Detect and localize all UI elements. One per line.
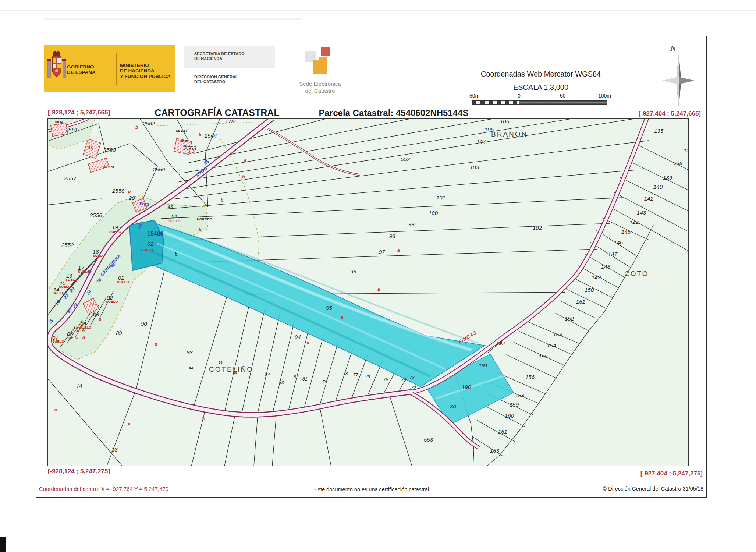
map-label-97: 97 [379, 249, 385, 255]
map-label-74: 74 [401, 377, 407, 382]
map-label-b: b [242, 174, 245, 180]
map-label-82: 82 [294, 374, 299, 379]
map-label-142: 142 [644, 195, 654, 202]
map-label-158: 158 [515, 392, 525, 399]
map-label-103: 103 [470, 164, 479, 170]
gobierno-banner: GOBIERNO DE ESPAÑA MINISTERIO DE HACIEND… [44, 45, 175, 92]
map-label-18: 18 [111, 446, 118, 453]
map-label-73: 73 [409, 375, 415, 380]
map-label-191: 191 [479, 362, 488, 368]
map-label-02: 02 [147, 241, 153, 247]
spain-coat-of-arms-icon [47, 49, 66, 88]
map-label-2561: 2561 [65, 126, 78, 132]
coordinate-top-right: [-927,404 ; 5,247,665] [609, 110, 701, 117]
map-label-143: 143 [637, 209, 646, 216]
map-label-84: 84 [265, 372, 270, 377]
footer-copyright: © Dirección General del Catastro 31/05/1… [515, 486, 703, 492]
map-label-branon: BRANON [491, 130, 528, 138]
map-label-86: 86 [450, 403, 456, 410]
secretaria-label: SECRETARÍA DE ESTADO DE HACIENDA [194, 52, 245, 61]
map-label-2580: 2580 [103, 147, 116, 153]
map-label-101: 101 [436, 194, 446, 201]
map-label-a: A [201, 415, 205, 421]
map-label-a: A [82, 335, 85, 340]
banner-divider [116, 53, 117, 85]
map-label-88: 88 [187, 349, 193, 355]
map-label-90: 90 [141, 321, 147, 327]
sede-electronica-logo-icon [302, 46, 338, 77]
map-label-por: POR [187, 151, 194, 155]
scalebar-50: 50 [560, 93, 566, 99]
ministerio-label: MINISTERIO DE HACIENDA Y FUNCIÓN PÚBLICA [120, 63, 171, 79]
map-label-suelo: SUELO [106, 300, 118, 304]
scalebar-100m: 100m [598, 93, 611, 99]
map-label-b: b [155, 342, 157, 347]
map-label-104: 104 [476, 139, 486, 145]
map-label-suelo: SUELO [109, 230, 121, 234]
map-label-81: 81 [302, 376, 307, 382]
map-label-b: b [199, 227, 201, 232]
map-label-suelo: SUELO [73, 329, 85, 333]
map-label-72: 72 [411, 385, 416, 390]
compass-north-label: N [670, 43, 676, 53]
map-label-83: 83 [279, 380, 284, 385]
map-label-82: 82 [189, 365, 193, 369]
scalebar-solid-segment [519, 100, 607, 105]
certification-disclaimer: Este documento no es una certificación c… [258, 486, 486, 492]
map-label-86: 86 [219, 360, 223, 364]
map-label-p: p [98, 317, 101, 322]
map-label-a: a [128, 421, 131, 427]
map-label-suelo: SUELO [52, 339, 64, 343]
map-label-106: 106 [500, 118, 510, 124]
map-label-suelo: SUELO [168, 219, 181, 223]
map-label-2559: 2559 [152, 166, 165, 173]
map-label-b: b [221, 198, 223, 203]
coordinate-top-left: [-928,124 ; 5,247,665] [48, 109, 110, 116]
map-label-2557: 2557 [64, 175, 77, 181]
map-label-145: 145 [621, 229, 631, 235]
map-label-146: 146 [614, 239, 623, 245]
map-label-552: 552 [401, 156, 410, 162]
map-label-89: 89 [116, 330, 122, 336]
map-label-154: 154 [547, 342, 556, 348]
map-label-95: 95 [326, 305, 332, 311]
map-label-135: 135 [654, 128, 664, 134]
map-label-2552: 2552 [61, 242, 74, 248]
map-label-horreo: HORREO [197, 217, 212, 221]
map-label-102: 102 [533, 224, 542, 231]
map-label-99: 99 [408, 221, 415, 227]
map-label-144: 144 [629, 219, 639, 226]
compass-rose-icon [662, 53, 695, 108]
map-label-76: 76 [365, 374, 370, 379]
map-label-09-aal: 09 AAL [103, 165, 116, 169]
map-label-p: P [128, 190, 131, 195]
map-label-a: a [377, 287, 380, 292]
map-label-b: b [135, 125, 138, 130]
map-label-15406: 15406 [147, 231, 164, 237]
map-label-137: 137 [684, 147, 689, 153]
map-label-44: 44 [90, 302, 95, 306]
map-label-suelo: SUELO [141, 248, 153, 252]
scan-artifact [0, 10, 756, 11]
map-label-yh: YH [139, 201, 145, 206]
map-label-77: 77 [353, 372, 359, 378]
map-label-2558: 2558 [112, 188, 125, 194]
highlighted-parcel-02-suelo [129, 220, 164, 270]
map-label-09-aal: 09 AAL [176, 129, 188, 133]
map-label-96: 96 [350, 268, 356, 275]
scale-label: ESCALA 1:3,000 [467, 83, 614, 92]
map-label-43: 43 [167, 204, 173, 209]
map-label-coteliño: COTELIÑO [209, 365, 253, 373]
map-label-suelo: SUELO [59, 284, 71, 289]
coordinate-bottom-right: [-927,404 ; 5,247,275] [611, 470, 703, 477]
map-label-147: 147 [608, 251, 618, 257]
crs-label: Coordenadas Web Mercator WGS84 [467, 70, 614, 78]
scan-edge-mark [0, 537, 6, 552]
map-label-149: 149 [592, 274, 601, 280]
map-label-105: 105 [485, 126, 494, 132]
map-label-b: b [199, 132, 201, 137]
map-label-coto: COTO [624, 270, 649, 277]
page-title: CARTOGRAFÍA CATASTRAL [121, 107, 313, 118]
map-label-a: a [307, 340, 309, 346]
map-label-139: 139 [663, 174, 672, 181]
